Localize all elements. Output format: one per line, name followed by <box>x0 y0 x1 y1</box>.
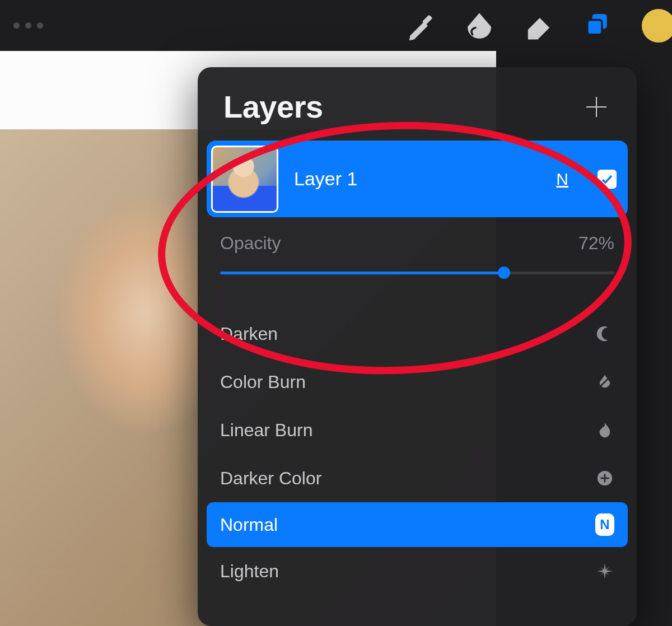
layer-row[interactable]: Layer 1 N <box>207 141 628 217</box>
gallery-menu-icon[interactable] <box>13 22 43 29</box>
blend-mode-color-burn[interactable]: Color Burn <box>198 358 637 406</box>
add-layer-button[interactable] <box>583 94 610 120</box>
blend-mode-label: Darker Color <box>220 468 321 489</box>
eraser-tool[interactable] <box>509 0 568 51</box>
brush-tool[interactable] <box>390 0 450 51</box>
blend-mode-normal[interactable]: NormalN <box>207 502 628 547</box>
badge-n-icon: N <box>595 515 614 534</box>
blend-mode-label: Darken <box>220 324 278 344</box>
opacity-slider-thumb[interactable] <box>498 267 510 279</box>
opacity-slider-fill <box>220 272 504 274</box>
panel-title: Layers <box>223 88 323 125</box>
layer-name[interactable]: Layer 1 <box>294 168 540 190</box>
opacity-control: Opacity 72% <box>198 217 637 289</box>
blend-mode-lighten[interactable]: Lighten <box>198 547 637 595</box>
opacity-slider[interactable] <box>220 261 614 284</box>
layer-visibility-checkbox[interactable] <box>598 170 617 189</box>
blend-mode-label: Linear Burn <box>220 420 312 441</box>
top-toolbar <box>0 0 672 51</box>
blend-mode-label: Normal <box>220 515 278 535</box>
blend-mode-darker-color[interactable]: Darker Color <box>198 454 637 502</box>
blend-mode-label: Color Burn <box>220 372 306 393</box>
plus-dot-icon <box>595 469 614 488</box>
blend-mode-letter[interactable]: N <box>556 170 568 189</box>
moon-icon <box>595 324 614 343</box>
color-swatch[interactable] <box>642 9 672 43</box>
sparkle-icon <box>595 562 614 581</box>
layers-panel: Layers Layer 1 N Opacity 72% DarkenColor… <box>198 67 637 626</box>
droplet-icon <box>595 372 614 391</box>
flame-icon <box>595 421 614 440</box>
blend-mode-linear-burn[interactable]: Linear Burn <box>198 406 637 454</box>
layer-thumbnail[interactable] <box>211 146 278 213</box>
opacity-label: Opacity <box>220 233 281 254</box>
layers-tool[interactable] <box>568 0 628 51</box>
svg-rect-2 <box>587 20 602 34</box>
smudge-tool[interactable] <box>450 0 509 51</box>
opacity-value: 72% <box>578 233 614 254</box>
blend-mode-list: DarkenColor BurnLinear BurnDarker ColorN… <box>198 310 637 595</box>
blend-mode-label: Lighten <box>220 561 279 582</box>
blend-mode-darken[interactable]: Darken <box>198 310 637 358</box>
